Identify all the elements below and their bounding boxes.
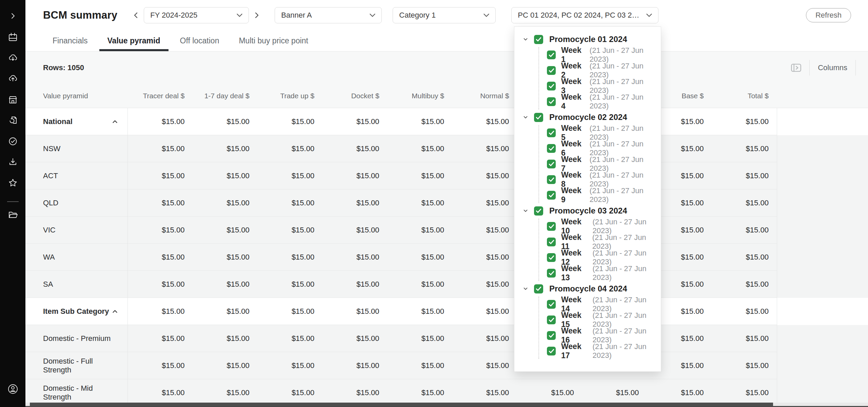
column-header: Docket $ <box>322 92 387 100</box>
promocycle-checkbox[interactable] <box>534 206 543 216</box>
rows-count: Rows: 1050 <box>43 63 84 72</box>
week-checkbox[interactable] <box>547 331 556 340</box>
table-cell: $15.00 <box>193 162 257 189</box>
table-row: VIC$15.00$15.00$15.00$15.00$15.00$15.00$… <box>25 217 868 244</box>
store-icon[interactable] <box>7 94 18 105</box>
week-checkbox[interactable] <box>547 175 556 184</box>
chevron-down-icon[interactable] <box>522 286 529 292</box>
week-name: Week 17 <box>561 342 589 360</box>
table-row: NSW$15.00$15.00$15.00$15.00$15.00$15.00$… <box>25 135 868 162</box>
table-cell: $15.00 <box>452 108 517 135</box>
cell-value: $15.00 <box>421 171 444 180</box>
week-checkbox[interactable] <box>547 316 556 324</box>
week-checkbox[interactable] <box>547 50 556 59</box>
refresh-button[interactable]: Refresh <box>806 8 851 22</box>
cell-value: $15.00 <box>681 361 704 370</box>
table-cell: $15.00 <box>712 244 777 271</box>
previous-period-button[interactable] <box>131 10 141 20</box>
week-checkbox[interactable] <box>547 144 556 153</box>
calendar-icon[interactable] <box>7 32 18 42</box>
expand-panel-icon[interactable] <box>790 61 803 74</box>
table-cell: $15.00 <box>712 217 777 244</box>
table-cell: $15.00 <box>258 108 322 135</box>
cell-value: $15.00 <box>226 280 249 289</box>
week-checkbox[interactable] <box>547 222 556 231</box>
week-checkbox[interactable] <box>547 269 556 278</box>
tab-multi-buy-price-point[interactable]: Multi buy price point <box>231 30 316 51</box>
week-checkbox[interactable] <box>547 347 556 355</box>
content-area: Rows: 1050 Columns Value pyramidTracer d… <box>25 52 868 407</box>
category-select[interactable]: Category 1 <box>393 7 496 23</box>
table-row: Domestic - Mid Strength$15.00$15.00$15.0… <box>25 379 868 406</box>
sidebar-divider <box>7 201 19 202</box>
week-checkbox[interactable] <box>547 82 556 90</box>
star-icon[interactable] <box>7 178 18 188</box>
table-cell: $15.00 <box>712 162 777 189</box>
week-checkbox[interactable] <box>547 253 556 262</box>
cell-value: $15.00 <box>681 307 704 316</box>
row-filler <box>777 352 868 379</box>
cell-value: $15.00 <box>356 171 379 180</box>
table-cell: $15.00 <box>193 298 257 325</box>
tab-off-location[interactable]: Off location <box>172 30 228 51</box>
promocycle-dropdown-panel: Promocycle 01 2024Week 1(21 Jun - 27 Jun… <box>514 26 661 372</box>
chevron-down-icon[interactable] <box>522 114 529 120</box>
column-header: Total $ <box>712 92 777 100</box>
check-circle-icon[interactable] <box>7 136 18 147</box>
cell-value: $15.00 <box>681 388 704 397</box>
row-label: NSW <box>43 144 60 153</box>
horizontal-scrollbar-thumb[interactable] <box>30 403 773 406</box>
next-period-button[interactable] <box>252 10 262 20</box>
fiscal-year-select[interactable]: FY 2024-2025 <box>144 7 249 23</box>
week-checkbox[interactable] <box>547 300 556 309</box>
cloud-download-icon[interactable] <box>7 53 18 63</box>
collapse-chevron-up-icon[interactable] <box>111 308 119 315</box>
banner-select[interactable]: Banner A <box>275 7 382 23</box>
tab-financials[interactable]: Financials <box>44 30 96 51</box>
cell-value: $15.00 <box>681 117 704 126</box>
cell-value: $15.00 <box>226 171 249 180</box>
cell-value: $15.00 <box>162 226 184 235</box>
user-avatar-icon[interactable] <box>7 384 18 394</box>
table-cell: $15.00 <box>322 271 387 298</box>
chevron-down-icon[interactable] <box>522 208 529 214</box>
promocycle-checkbox[interactable] <box>534 284 543 293</box>
week-checkbox[interactable] <box>547 191 556 200</box>
row-label: Domestic - Full Strength <box>43 357 119 374</box>
chevron-down-icon[interactable] <box>522 36 529 42</box>
week-name: Week 9 <box>561 186 587 204</box>
column-header-label: Normal $ <box>480 92 509 100</box>
week-checkbox[interactable] <box>547 128 556 137</box>
cell-value: $15.00 <box>356 226 379 235</box>
row-label-cell: QLD <box>25 189 128 217</box>
cloud-upload-icon[interactable] <box>7 73 18 84</box>
week-checkbox[interactable] <box>547 66 556 75</box>
promocycle-checkbox[interactable] <box>534 113 543 122</box>
tab-value-pyramid[interactable]: Value pyramid <box>99 30 169 51</box>
collapse-chevron-up-icon[interactable] <box>111 118 119 125</box>
table-cell: $15.00 <box>128 298 193 325</box>
columns-button[interactable]: Columns <box>818 63 847 72</box>
cell-value: $15.00 <box>356 307 379 316</box>
week-checkbox[interactable] <box>547 238 556 246</box>
download-icon[interactable] <box>7 157 18 167</box>
week-name: Week 13 <box>561 264 589 282</box>
week-checkbox[interactable] <box>547 97 556 106</box>
file-sync-icon[interactable] <box>7 115 18 126</box>
cell-value: $15.00 <box>421 334 444 343</box>
week-date-range: (21 Jun - 27 Jun 2023) <box>590 62 661 79</box>
cell-value: $15.00 <box>226 253 249 262</box>
column-header-label: Trade up $ <box>280 92 314 100</box>
cell-value: $15.00 <box>226 334 249 343</box>
week-name: Week 4 <box>561 93 587 111</box>
chevron-right-icon[interactable] <box>7 11 18 21</box>
cell-value: $15.00 <box>292 253 314 262</box>
week-item: Week 15(21 Jun - 27 Jun 2023) <box>539 312 661 328</box>
folder-icon[interactable] <box>7 209 18 220</box>
row-filler <box>777 108 868 135</box>
week-checkbox[interactable] <box>547 160 556 168</box>
promocycle-checkbox[interactable] <box>534 35 543 44</box>
promocycle-multiselect[interactable]: PC 01 2024, PC 02 2024, PC 03 2024, PC..… <box>511 7 658 23</box>
cell-value: $15.00 <box>486 253 509 262</box>
cell-value: $15.00 <box>746 117 769 126</box>
